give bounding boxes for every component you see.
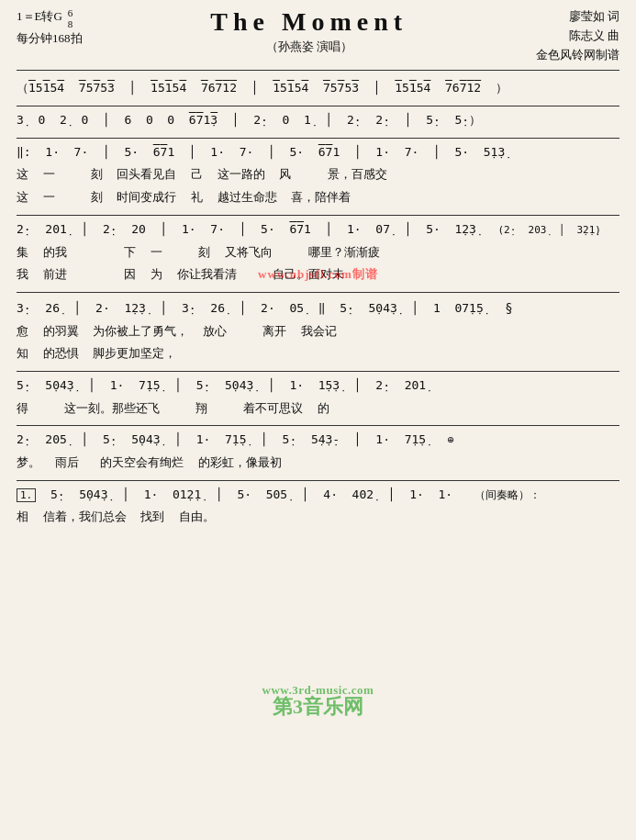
line2-lyrics2: 这 一 刻 时间变成行 礼 越过生命悲 喜，陪伴着 — [17, 186, 619, 209]
line5-notes: 5̣· 5̣04̣3̣ │ 1· 7̣1̣5̣ │ 5̣· 5̣04̣3̣ │ … — [17, 375, 619, 398]
header-right: 廖莹如 词 陈志义 曲 金色风铃网制谱 — [536, 7, 619, 64]
header: 1＝E转G 6 8 每分钟168拍 The Moment （孙燕姿 演唱） 廖莹… — [17, 7, 619, 64]
line5-lyrics1: 得 这一刻。那些还飞 翔 着不可思议 的 — [17, 398, 619, 420]
tempo: 每分钟168拍 — [17, 29, 83, 48]
watermark-bottom-line2: 第3音乐网 — [273, 693, 363, 721]
intro-line: （15154 75753 │ 15154 76712 │ 15154 75753… — [17, 77, 619, 100]
line4-notes: 3̣· 26̣ │ 2· 1̣2̣3̣ │ 3̣· 26̣ │ 2· 05̣ ‖… — [17, 296, 619, 320]
page: 1＝E转G 6 8 每分钟168拍 The Moment （孙燕姿 演唱） 廖莹… — [0, 0, 636, 840]
song-title: The Moment — [83, 7, 537, 37]
lyricist: 廖莹如 词 — [536, 7, 619, 27]
line7-divider — [17, 480, 619, 481]
line7-lyrics1: 相 信着，我们总会 找到 自由。 — [17, 506, 619, 529]
line6-notes: 2̣· 205̣ │ 5̣· 5̣04̣3̣ │ 1· 7̣1̣5̣ │ 5̣·… — [17, 429, 619, 452]
performer: （孙燕姿 演唱） — [83, 39, 537, 55]
line4-divider — [17, 292, 619, 293]
time-signature: 6 8 — [68, 7, 73, 29]
time-bottom: 8 — [68, 18, 73, 29]
composer: 陈志义 曲 — [536, 27, 619, 46]
time-top: 6 — [68, 7, 73, 18]
line2-lyrics1: 这 一 刻 回头看见自 己 这一路的 风 景，百感交 — [17, 163, 619, 186]
line7-marker: 1. 5̣· 5̣04̣3̣ │ 1· 01̣2̣1̣ │ 5· 505̣ │ … — [17, 484, 619, 507]
line3-notes: 2̣· 201̣ │ 2̣· 20 │ 1· 7· │ 5· 671 │ 1· … — [17, 218, 619, 241]
line3-divider — [17, 215, 619, 216]
header-left: 1＝E转G 6 8 每分钟168拍 — [17, 7, 83, 48]
line6-lyrics1: 梦。 雨后 的天空会有绚烂 的彩虹，像最初 — [17, 452, 619, 475]
header-center: The Moment （孙燕姿 演唱） — [83, 7, 537, 55]
line4-lyrics2: 知 的恐惧 脚步更加坚定， — [17, 342, 619, 365]
line1-notes: 3̣ 0 2̣ 0 │ 6 0 0 671̣3 │ 2̣· 0 1̣ │ 2̣·… — [17, 109, 619, 132]
line6-divider — [17, 425, 619, 426]
key-label: 1＝E转G — [17, 7, 62, 26]
line2-notes: ‖: 1· 7· │ 5· 671 │ 1· 7· │ 5· 671 │ 1· … — [17, 141, 619, 164]
line2-divider — [17, 138, 619, 139]
line3-lyrics2: 我 前进 因 为 你让我看清 自己。面对未 — [17, 263, 619, 286]
score-area: （15154 75753 │ 15154 76712 │ 15154 75753… — [17, 73, 619, 532]
arranger: 金色风铃网制谱 — [536, 46, 619, 65]
header-divider — [17, 70, 619, 71]
line5-divider — [17, 371, 619, 372]
watermark-bottom-line1: www.3rd-music.com — [262, 683, 374, 698]
key-signature: 1＝E转G 6 8 — [17, 7, 83, 29]
line4-lyrics1: 愈 的羽翼 为你被上了勇气， 放心 离开 我会记 — [17, 320, 619, 343]
line1-divider — [17, 106, 619, 106]
line3-lyrics1: 集 的我 下 一 刻 又将飞向 哪里？渐渐疲 — [17, 241, 619, 264]
